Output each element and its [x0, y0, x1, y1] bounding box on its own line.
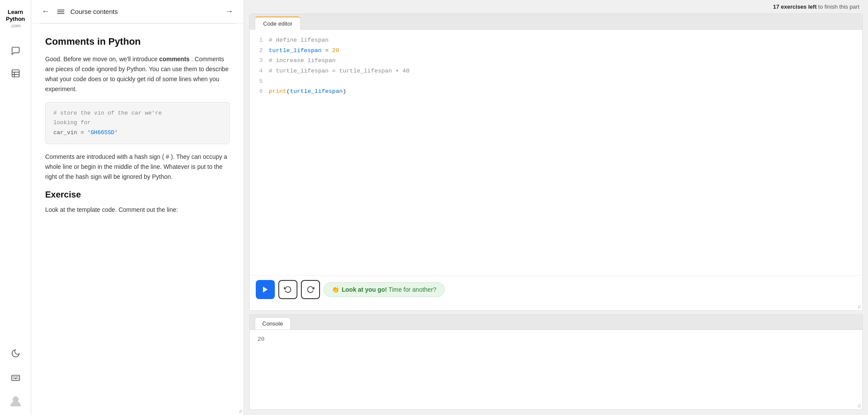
- code-line-5: 5: [250, 76, 862, 87]
- right-panel: 17 exercises left to finish this part Co…: [244, 0, 868, 415]
- code-example: # store the vin of the car we're looking…: [45, 102, 230, 144]
- lesson-panel: ← Course contents → Comments in Python G…: [31, 0, 244, 415]
- lesson-content: Comments in Python Good. Before we move …: [31, 24, 244, 408]
- logo-text: Learn Python .com: [6, 9, 25, 29]
- dark-mode-icon[interactable]: [6, 344, 25, 363]
- code-line-3: 3 # increase lifespan: [250, 56, 862, 66]
- feedback-emoji: 👏: [332, 286, 339, 293]
- code-line-6: 6 print(turtle_lifespan): [250, 86, 862, 97]
- reset-button[interactable]: [278, 280, 297, 299]
- run-button[interactable]: [256, 280, 275, 299]
- code-line-1: # store the vin of the car we're: [53, 109, 221, 118]
- console-resize-handle[interactable]: //: [250, 402, 862, 409]
- sidebar: Learn Python .com: [0, 0, 31, 415]
- feedback-text: Look at you go! Time for another?: [342, 286, 436, 293]
- code-line-1: 1 # define lifespan: [250, 35, 862, 46]
- nav-bar: ← Course contents →: [31, 0, 244, 23]
- top-bar: 17 exercises left to finish this part: [244, 0, 868, 13]
- editor-tab[interactable]: Code editor: [255, 16, 300, 30]
- logo[interactable]: Learn Python .com: [6, 5, 25, 29]
- forward-button[interactable]: →: [224, 5, 235, 18]
- exercises-left: 17 exercises left to finish this part: [773, 3, 859, 10]
- console-body[interactable]: 20: [250, 330, 862, 402]
- console: Console 20 //: [249, 314, 863, 410]
- course-title[interactable]: Course contents: [70, 8, 118, 15]
- svg-marker-16: [263, 287, 268, 293]
- console-tab[interactable]: Console: [255, 317, 290, 329]
- lesson-title: Comments in Python: [45, 36, 230, 47]
- resize-handle: //: [31, 408, 244, 415]
- code-line-3: car_vin = 'GH665SD': [53, 128, 221, 138]
- console-tab-bar: Console: [250, 315, 862, 330]
- hamburger-icon: [56, 8, 65, 15]
- hash-explanation: Comments are introduced with a hash sign…: [45, 152, 230, 182]
- keyboard-icon[interactable]: [6, 368, 25, 387]
- lesson-intro: Good. Before we move on, we'll introduce…: [45, 54, 230, 94]
- feedback-badge: 👏 Look at you go! Time for another?: [323, 282, 445, 297]
- code-editor: Code editor 1 # define lifespan 2 turtle…: [249, 13, 863, 311]
- exercise-title: Exercise: [45, 190, 230, 200]
- back-button[interactable]: ←: [40, 5, 51, 18]
- chat-icon[interactable]: [6, 41, 25, 60]
- table-icon[interactable]: [6, 64, 25, 83]
- editor-toolbar: 👏 Look at you go! Time for another?: [250, 275, 862, 303]
- exercise-text: Look at the template code. Comment out t…: [45, 205, 230, 215]
- user-avatar[interactable]: [9, 394, 23, 408]
- forward-code-button[interactable]: [301, 280, 320, 299]
- console-output: 20: [257, 336, 264, 343]
- editor-resize-handle[interactable]: //: [250, 303, 862, 310]
- code-line-2: looking for: [53, 118, 221, 128]
- svg-rect-4: [11, 375, 19, 381]
- code-line-2: 2 turtle_lifespan = 20: [250, 46, 862, 56]
- code-line-4: 4 # turtle_lifespan = turtle_lifespan + …: [250, 66, 862, 76]
- editor-tab-bar: Code editor: [250, 14, 862, 30]
- svg-rect-0: [12, 70, 19, 77]
- editor-body[interactable]: 1 # define lifespan 2 turtle_lifespan = …: [250, 30, 862, 275]
